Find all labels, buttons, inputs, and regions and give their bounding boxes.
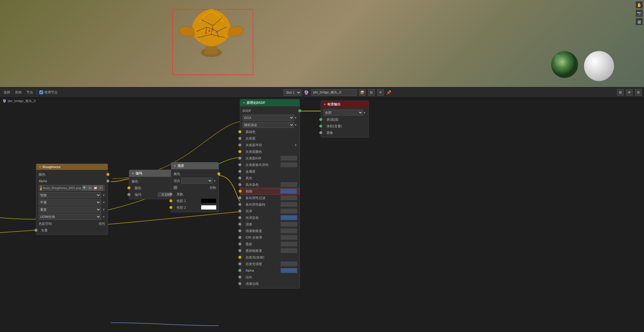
bsdf-subradius-socket[interactable] [238, 143, 241, 146]
collapse-gamma[interactable]: ▼ [132, 172, 134, 175]
bsdf-specular-socket[interactable] [238, 177, 241, 180]
bsdf-subior-input[interactable]: 1.400 [281, 156, 297, 161]
bsdf-emstr-input[interactable]: 0.000 [281, 261, 297, 266]
bsdf-clearcoat-input[interactable]: 0.000 [281, 222, 297, 227]
bsdf-ior-socket[interactable] [238, 236, 241, 239]
collapse-bsdf[interactable]: ▼ [243, 101, 245, 104]
bsdf-normal-socket[interactable] [238, 276, 241, 279]
matout-volume-socket[interactable] [319, 125, 322, 128]
matout-surface-socket[interactable] [319, 118, 322, 121]
bsdf-clearcoat-socket[interactable] [238, 223, 241, 226]
grid-icon[interactable]: ▦ [636, 18, 643, 25]
roughness-flat-select[interactable]: 平展 [39, 199, 101, 205]
bsdf-anisotrop-input[interactable]: 0.000 [281, 195, 297, 200]
bsdf-node-header[interactable]: ▼ 原理化BSDF [240, 99, 300, 106]
node-editor[interactable]: 🔮 pbr_bridge_猴头_0 ▼ Roughness 颜色 [0, 98, 644, 332]
hand-icon[interactable]: ✋ [636, 1, 643, 8]
bsdf-anisotrop-rot-socket[interactable] [238, 203, 241, 206]
bsdf-emstr-row: 自发光强度 0.000 [240, 261, 300, 267]
bsdf-emstr-socket[interactable] [238, 262, 241, 265]
collapse-matout[interactable]: ▼ [323, 103, 326, 106]
alpha-out-socket[interactable] [106, 180, 109, 183]
mix-out-socket[interactable] [217, 172, 220, 175]
add-btn[interactable]: 添加 [14, 89, 23, 95]
bsdf-alpha-input[interactable]: 1.000 [281, 268, 297, 273]
bsdf-basecolor-socket[interactable] [238, 130, 241, 133]
mix-checkbox[interactable] [174, 186, 177, 189]
mix-color1-swatch[interactable] [201, 199, 216, 203]
fake-user-btn[interactable]: ✕ [377, 89, 384, 96]
img-copy-btn[interactable]: ⧉ [88, 186, 92, 190]
use-nodes-toggle[interactable]: 使用节点 [39, 90, 58, 95]
bsdf-sheentint-socket[interactable] [238, 216, 241, 219]
slot-select[interactable]: Slot 1 [284, 89, 301, 96]
mix-blend-select[interactable] [181, 178, 213, 184]
env-sphere[interactable] [551, 51, 578, 78]
mix-color2-swatch[interactable] [201, 205, 216, 210]
bsdf-ccnormal-socket[interactable] [238, 282, 241, 285]
bsdf-roughness-socket[interactable] [239, 190, 242, 193]
bsdf-subaniso-input[interactable]: 0.000 [281, 162, 297, 167]
bsdf-transrgh-socket[interactable] [238, 249, 241, 252]
gamma-node-header[interactable]: ▼ 伽玛 [129, 170, 177, 177]
camera-icon[interactable]: 📷 [636, 10, 643, 17]
pin-icon[interactable]: 📌 [386, 90, 391, 95]
bsdf-subaniso-socket[interactable] [238, 163, 241, 166]
bsdf-ior-input[interactable]: 1.450 [281, 235, 297, 240]
collapse-mix[interactable]: ▼ [174, 164, 176, 168]
matout-node-header[interactable]: ▼ 材质输出 [321, 101, 368, 108]
roughness-node-header[interactable]: ▼ Roughness [36, 164, 108, 170]
bsdf-sheen-socket[interactable] [238, 210, 241, 213]
bsdf-anisotrop-rot-input[interactable]: 0.000 [281, 202, 297, 207]
gamma-color-in-socket[interactable] [127, 186, 130, 189]
matout-volume-row: 体积(音量) [321, 123, 368, 129]
bsdf-out-socket[interactable] [298, 109, 301, 112]
bsdf-subcolor-socket[interactable] [238, 150, 241, 153]
roughness-repeat-select[interactable]: 重复 [39, 207, 101, 213]
bsdf-metallic-socket[interactable] [238, 170, 241, 173]
matout-disp-socket[interactable] [319, 131, 322, 134]
material-name-input[interactable] [311, 89, 357, 96]
mix-color2-socket[interactable] [169, 206, 172, 209]
preview-sphere[interactable] [584, 51, 614, 81]
img-browse-btn[interactable]: 🔍 [82, 186, 87, 190]
matout-all-select[interactable]: 全部 [323, 110, 363, 116]
gamma-val-socket[interactable] [127, 193, 130, 196]
bsdf-anisotrop-socket[interactable] [238, 196, 241, 199]
snap-btn[interactable]: ⊞ [617, 89, 624, 96]
mix-factor-socket[interactable] [169, 193, 172, 196]
mix-node-header[interactable]: ▼ 混音 [171, 162, 219, 169]
bsdf-clearcoatrgh-input[interactable]: 0.030 [281, 228, 297, 233]
roughness-udim-select[interactable]: UDIM分块 [39, 214, 101, 220]
roughness-image-preview[interactable]: houzi_Roughness_1001.png 🔍 ⧉ 📁 ✕ [39, 185, 105, 191]
bsdf-roughness-input[interactable]: 0.500 [280, 189, 297, 194]
color-out-socket[interactable] [106, 173, 109, 176]
view-btn[interactable]: 👁 [626, 89, 633, 96]
bsdf-trans-input[interactable]: 0.000 [281, 242, 297, 246]
bsdf-sheen-input[interactable]: 0.000 [281, 209, 297, 213]
render-view-btn[interactable]: 📦 [359, 89, 366, 96]
settings-btn[interactable]: ⚙ [635, 89, 642, 96]
node-btn[interactable]: 节点 [25, 89, 34, 95]
copy-btn[interactable]: ⧉ [368, 89, 375, 96]
bsdf-spectint-socket[interactable] [238, 183, 241, 186]
roughness-smart-select[interactable]: 智能 [39, 192, 101, 198]
vector-in-socket[interactable] [34, 229, 37, 232]
img-remove-btn[interactable]: ✕ [98, 186, 103, 190]
bsdf-sheentint-input[interactable]: 0.500 [281, 215, 297, 220]
bsdf-sub-socket[interactable] [238, 137, 241, 140]
bsdf-spectint-input[interactable]: 0.000 [281, 182, 297, 187]
bsdf-subsurface-select[interactable]: 随机游走 [243, 122, 294, 128]
select-btn[interactable]: 选择 [2, 89, 11, 95]
bsdf-alpha-socket[interactable] [238, 269, 241, 272]
bsdf-subior-socket[interactable] [238, 157, 241, 160]
bsdf-dist-select[interactable]: GGX [243, 115, 294, 121]
roughness-thumbnail [40, 186, 42, 190]
bsdf-trans-socket[interactable] [238, 243, 241, 246]
img-folder-btn[interactable]: 📁 [93, 186, 98, 190]
bsdf-clearcoatrgh-socket[interactable] [238, 229, 241, 232]
bsdf-transrgh-input[interactable]: 0.000 [281, 248, 297, 253]
collapse-roughness[interactable]: ▼ [39, 165, 41, 168]
bsdf-emission-socket[interactable] [238, 256, 241, 259]
mix-color1-socket[interactable] [169, 199, 172, 202]
